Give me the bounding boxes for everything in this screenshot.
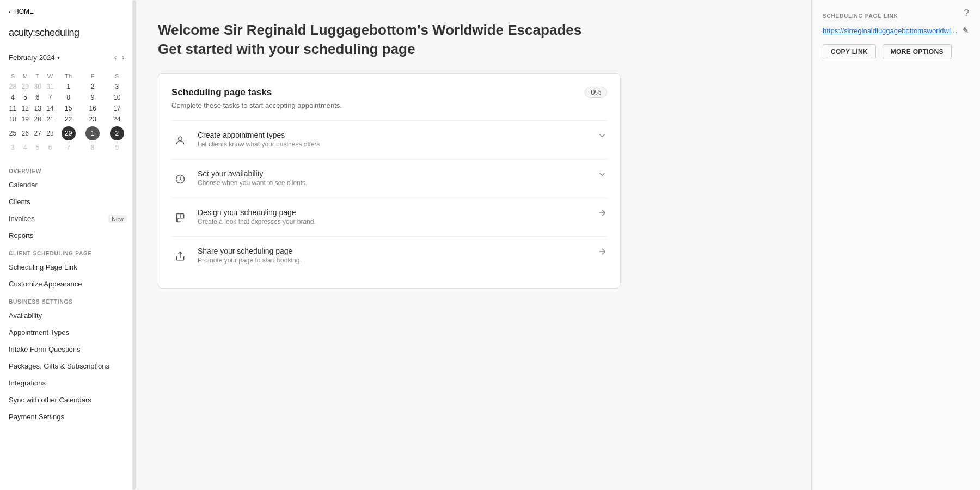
tasks-card-header: Scheduling page tasks 0% bbox=[171, 87, 607, 98]
nav-section-label: BUSINESS SETTINGS bbox=[0, 292, 136, 307]
calendar-day[interactable]: 19 bbox=[19, 114, 32, 125]
calendar-day[interactable]: 3 bbox=[7, 142, 19, 153]
nav-item-intake-form-questions[interactable]: Intake Form Questions bbox=[0, 341, 136, 358]
calendar-day[interactable]: 11 bbox=[7, 103, 19, 114]
calendar-header: February 2024 ▾ ‹ › bbox=[7, 47, 129, 67]
help-icon[interactable]: ? bbox=[964, 8, 969, 19]
clock-icon bbox=[171, 170, 189, 188]
nav-section-label: CLIENT SCHEDULING PAGE bbox=[0, 244, 136, 259]
calendar-day[interactable]: 8 bbox=[81, 142, 105, 153]
sidebar: ‹ HOME acuity:scheduling February 2024 ▾… bbox=[0, 0, 136, 490]
logo-area: acuity:scheduling bbox=[0, 23, 136, 47]
calendar-day[interactable]: 1 bbox=[56, 81, 81, 92]
calendar-day[interactable]: 26 bbox=[19, 125, 32, 142]
tasks-card: Scheduling page tasks 0% Complete these … bbox=[158, 73, 621, 289]
task-text-group-2: Design your scheduling pageCreate a look… bbox=[198, 208, 316, 225]
calendar-day[interactable]: 22 bbox=[56, 114, 81, 125]
paintbrush-icon bbox=[171, 209, 189, 226]
calendar-day[interactable]: 5 bbox=[19, 92, 32, 103]
calendar-day[interactable]: 6 bbox=[32, 92, 44, 103]
calendar-day[interactable]: 1 bbox=[81, 125, 105, 142]
task-item-1[interactable]: Set your availabilityChoose when you wan… bbox=[171, 159, 607, 198]
nav-item-invoices[interactable]: InvoicesNew bbox=[0, 210, 136, 227]
copy-link-button[interactable]: COPY LINK bbox=[823, 44, 876, 59]
nav-item-sync-with-other-calendars[interactable]: Sync with other Calendars bbox=[0, 391, 136, 408]
nav-item-availability[interactable]: Availability bbox=[0, 307, 136, 324]
nav-item-scheduling-page-link[interactable]: Scheduling Page Link bbox=[0, 259, 136, 275]
calendar-day[interactable]: 6 bbox=[44, 142, 57, 153]
calendar-next-button[interactable]: › bbox=[120, 51, 127, 64]
calendar-day[interactable]: 17 bbox=[105, 103, 129, 114]
calendar-day-header: T bbox=[32, 71, 44, 81]
calendar-prev-button[interactable]: ‹ bbox=[112, 51, 119, 64]
calendar-day[interactable]: 21 bbox=[44, 114, 57, 125]
arrow-right-icon bbox=[597, 208, 607, 218]
calendar-day[interactable]: 28 bbox=[44, 125, 57, 142]
nav-item-label: Invoices bbox=[9, 215, 35, 223]
calendar-day[interactable]: 28 bbox=[7, 81, 19, 92]
nav-section-label: OVERVIEW bbox=[0, 162, 136, 176]
calendar-day[interactable]: 4 bbox=[19, 142, 32, 153]
calendar-day[interactable]: 15 bbox=[56, 103, 81, 114]
calendar-day[interactable]: 27 bbox=[32, 125, 44, 142]
nav-item-payment-settings[interactable]: Payment Settings bbox=[0, 408, 136, 425]
more-options-button[interactable]: MORE OPTIONS bbox=[883, 44, 952, 59]
sidebar-scrollbar[interactable] bbox=[132, 0, 136, 490]
calendar-day[interactable]: 30 bbox=[32, 81, 44, 92]
calendar-day-header: F bbox=[81, 71, 105, 81]
nav-item-label: Sync with other Calendars bbox=[9, 396, 91, 404]
nav-item-label: Reports bbox=[9, 231, 34, 240]
tasks-card-subtitle: Complete these tasks to start accepting … bbox=[171, 101, 607, 109]
task-subtitle-1: Choose when you want to see clients. bbox=[198, 179, 307, 187]
nav-item-clients[interactable]: Clients bbox=[0, 193, 136, 210]
scheduling-link-text[interactable]: https://sirreginaldluggagebottomsworldwi… bbox=[823, 27, 958, 35]
chevron-down-icon bbox=[597, 131, 607, 140]
nav-item-customize-appearance[interactable]: Customize Appearance bbox=[0, 275, 136, 292]
calendar-day[interactable]: 9 bbox=[81, 92, 105, 103]
nav-item-integrations[interactable]: Integrations bbox=[0, 375, 136, 391]
calendar-day[interactable]: 13 bbox=[32, 103, 44, 114]
calendar-day[interactable]: 4 bbox=[7, 92, 19, 103]
calendar-day[interactable]: 7 bbox=[56, 142, 81, 153]
calendar-day[interactable]: 10 bbox=[105, 92, 129, 103]
task-item-3[interactable]: Share your scheduling pagePromote your p… bbox=[171, 236, 607, 275]
calendar-day[interactable]: 29 bbox=[19, 81, 32, 92]
calendar-day[interactable]: 31 bbox=[44, 81, 57, 92]
calendar-day[interactable]: 29 bbox=[56, 125, 81, 142]
calendar-day[interactable]: 8 bbox=[56, 92, 81, 103]
edit-link-button[interactable]: ✎ bbox=[962, 26, 969, 35]
calendar-day[interactable]: 25 bbox=[7, 125, 19, 142]
nav-item-calendar[interactable]: Calendar bbox=[0, 176, 136, 193]
nav-item-label: Customize Appearance bbox=[9, 280, 82, 288]
calendar-day[interactable]: 20 bbox=[32, 114, 44, 125]
nav-item-reports[interactable]: Reports bbox=[0, 227, 136, 244]
calendar-day[interactable]: 23 bbox=[81, 114, 105, 125]
calendar-day[interactable]: 14 bbox=[44, 103, 57, 114]
nav-item-appointment-types[interactable]: Appointment Types bbox=[0, 324, 136, 341]
home-label: HOME bbox=[14, 8, 34, 15]
nav-item-label: Clients bbox=[9, 198, 30, 206]
nav-item-label: Intake Form Questions bbox=[9, 345, 81, 353]
calendar-day[interactable]: 5 bbox=[32, 142, 44, 153]
page-title-line1: Welcome Sir Reginald Luggagebottom's Wor… bbox=[158, 22, 789, 39]
calendar-day[interactable]: 7 bbox=[44, 92, 57, 103]
task-title-2: Design your scheduling page bbox=[198, 208, 316, 217]
nav-item-label: Integrations bbox=[9, 379, 46, 387]
calendar-month-label[interactable]: February 2024 ▾ bbox=[9, 53, 60, 62]
calendar-day[interactable]: 24 bbox=[105, 114, 129, 125]
panel-section-label: SCHEDULING PAGE LINK bbox=[823, 13, 969, 19]
calendar-day[interactable]: 18 bbox=[7, 114, 19, 125]
calendar-day[interactable]: 2 bbox=[81, 81, 105, 92]
task-title-1: Set your availability bbox=[198, 169, 307, 178]
home-link[interactable]: ‹ HOME bbox=[0, 0, 136, 23]
calendar-day-header: M bbox=[19, 71, 32, 81]
calendar-day[interactable]: 12 bbox=[19, 103, 32, 114]
task-item-2[interactable]: Design your scheduling pageCreate a look… bbox=[171, 198, 607, 236]
calendar-day[interactable]: 3 bbox=[105, 81, 129, 92]
calendar-day[interactable]: 9 bbox=[105, 142, 129, 153]
calendar-day[interactable]: 2 bbox=[105, 125, 129, 142]
calendar-day[interactable]: 16 bbox=[81, 103, 105, 114]
chevron-down-icon bbox=[597, 169, 607, 179]
task-item-0[interactable]: Create appointment typesLet clients know… bbox=[171, 120, 607, 159]
nav-item-packages,-gifts-&-subscriptions[interactable]: Packages, Gifts & Subscriptions bbox=[0, 358, 136, 375]
